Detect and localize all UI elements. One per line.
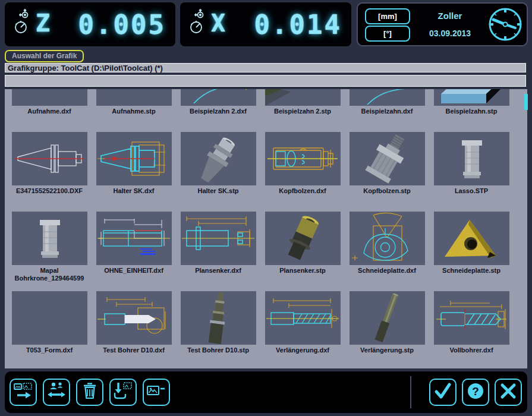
- delete-graphic-button[interactable]: [76, 379, 103, 406]
- image-minus-icon: [146, 381, 166, 404]
- date-label: 03.09.2013: [413, 29, 487, 38]
- tool-thumbnail-icon: [96, 132, 172, 185]
- grid-item[interactable]: Schneideplatte.dxf: [345, 212, 429, 291]
- grid-item[interactable]: Halter SK.stp: [176, 132, 260, 212]
- grid-item-label: Mapal Bohrkrone_129464599: [8, 267, 91, 282]
- grid-item-label: T053_Form.dxf: [26, 346, 73, 354]
- help-button[interactable]: ?: [462, 379, 489, 406]
- grid-item-label: Verlängerung.dxf: [276, 346, 329, 354]
- grid-item-label: Halter SK.stp: [197, 187, 238, 195]
- move-graphic-button[interactable]: [10, 379, 37, 406]
- grid-item[interactable]: Halter SK.dxf: [92, 132, 176, 212]
- grid-item-label: E3471552522100.DXF: [16, 187, 83, 195]
- cancel-button[interactable]: [495, 379, 522, 406]
- grid-item-label: Schneideplatte.stp: [442, 267, 500, 275]
- grid-item-label: Beispielzahn.stp: [446, 108, 498, 115]
- grid-item[interactable]: Test Bohrer D10.dxf: [92, 291, 176, 368]
- tool-thumbnail-icon: [12, 212, 87, 265]
- grid-item-label: Plansenker.stp: [279, 267, 326, 275]
- grid-item[interactable]: Schneideplatte.stp: [429, 212, 514, 291]
- grid-item[interactable]: Beispielzahn 2.dxf: [176, 89, 260, 132]
- toolbar-divider: [410, 376, 411, 408]
- grid-item[interactable]: T053_Form.dxf: [7, 291, 92, 368]
- axis-z-display-panel: Z 0.005: [5, 2, 175, 46]
- grid-item[interactable]: Mapal Bohrkrone_129464599: [7, 212, 92, 291]
- grid-item-label: Kopfbolzen.dxf: [279, 187, 326, 195]
- grid-item[interactable]: Verlängerung.stp: [345, 291, 429, 368]
- grid-item[interactable]: Vollbohrer.dxf: [429, 291, 514, 368]
- axis-x-value: 0.014: [254, 10, 342, 40]
- graphics-grid-viewport: Aufnahme.dxfAufnahme.stpBeispielzahn 2.d…: [5, 89, 527, 368]
- bottom-toolbar: ?: [5, 371, 527, 413]
- info-panel: [mm] [°] Zoller 03.09.2013: [357, 2, 528, 46]
- tool-thumbnail-icon: [181, 132, 256, 185]
- grid-item-label: Schneideplatte.dxf: [358, 267, 416, 275]
- remove-graphic-button[interactable]: [143, 379, 170, 406]
- tool-thumbnail-icon: [265, 132, 341, 185]
- zoller-graphics-selection-screen: Z 0.005 X 0.014: [0, 0, 532, 416]
- check-icon: [433, 381, 453, 404]
- tool-thumbnail-icon: [350, 89, 425, 106]
- import-graphic-button[interactable]: [109, 379, 137, 406]
- unit-mm-button[interactable]: [mm]: [365, 8, 410, 24]
- axis-x-display-panel: X 0.014: [180, 2, 351, 46]
- grid-item-label: Test Bohrer D10.dxf: [103, 346, 165, 354]
- grid-item-label: Verlängerung.stp: [360, 346, 414, 354]
- axis-x-label: X: [211, 10, 225, 37]
- grid-item[interactable]: Verlängerung.dxf: [260, 291, 345, 368]
- tool-thumbnail-icon: [96, 291, 172, 345]
- tool-thumbnail-icon: [181, 212, 256, 265]
- tool-thumbnail-icon: [12, 89, 87, 106]
- tool-thumbnail-icon: [12, 291, 87, 345]
- ok-button[interactable]: [429, 379, 457, 406]
- grid-item[interactable]: Test Bohrer D10.stp: [176, 291, 260, 368]
- graphics-grid-content: Aufnahme.dxfAufnahme.stpBeispielzahn 2.d…: [7, 89, 527, 368]
- svg-text:?: ?: [472, 385, 479, 398]
- grid-item[interactable]: Plansenker.stp: [260, 212, 345, 291]
- grid-item-label: Beispielzahn.dxf: [361, 108, 413, 115]
- grid-item-label: Halter SK.dxf: [113, 187, 154, 195]
- grid-item-label: Test Bohrer D10.stp: [187, 346, 249, 354]
- tool-thumbnail-icon: [434, 212, 509, 265]
- grid-item[interactable]: Beispielzahn.dxf: [345, 89, 429, 132]
- grid-item[interactable]: Aufnahme.dxf: [7, 89, 92, 132]
- grid-item-label: Vollbohrer.dxf: [449, 346, 493, 354]
- axis-z-value: 0.005: [78, 10, 166, 40]
- screen-title-badge: Auswahl der Grafik: [5, 50, 84, 62]
- grid-item[interactable]: Kopfbolzen.dxf: [260, 132, 345, 212]
- tool-thumbnail-icon: [434, 132, 509, 185]
- grid-item-label: Beispielzahn 2.stp: [274, 108, 331, 115]
- grid-item[interactable]: Plansenker.dxf: [176, 212, 260, 291]
- grid-item-label: Aufnahme.stp: [112, 108, 155, 115]
- exchange-graphic-button[interactable]: [43, 379, 70, 406]
- analog-clock-icon: [486, 5, 524, 46]
- grid-item[interactable]: Aufnahme.stp: [92, 89, 176, 132]
- tool-thumbnail-icon: [350, 132, 425, 185]
- graphics-group-bar[interactable]: Grafikgruppe: ToolCat (D:\Pilot\Toolcat)…: [5, 63, 526, 73]
- grid-item-label: Kopfbolzen.stp: [363, 187, 410, 195]
- grid-item-label: Beispielzahn 2.dxf: [190, 108, 247, 115]
- axis-z-label: Z: [36, 10, 50, 37]
- tool-thumbnail-icon: [434, 291, 509, 345]
- grid-item[interactable]: Lasso.STP: [429, 132, 514, 212]
- brand-label: Zoller: [417, 11, 483, 21]
- tool-thumbnail-icon: [350, 212, 425, 265]
- images-arrow-icon: [13, 381, 33, 404]
- unit-degree-button[interactable]: [°]: [365, 26, 410, 42]
- scrollbar-thumb[interactable]: [524, 94, 528, 110]
- tool-thumbnail-icon: [12, 132, 87, 185]
- grid-item[interactable]: Kopfbolzen.stp: [345, 132, 429, 212]
- grid-item[interactable]: Beispielzahn 2.stp: [260, 89, 345, 132]
- trash-icon: [80, 381, 100, 404]
- tool-thumbnail-icon: [350, 291, 425, 345]
- probe-gauge-icon: [14, 8, 32, 38]
- tool-thumbnail-icon: [434, 89, 509, 106]
- grid-item[interactable]: E3471552522100.DXF: [7, 132, 92, 212]
- tool-thumbnail-icon: [265, 212, 341, 265]
- tool-thumbnail-icon: [96, 89, 172, 106]
- grid-item-label: Lasso.STP: [455, 187, 488, 195]
- tool-thumbnail-icon: [96, 212, 172, 265]
- grid-item-label: Plansenker.dxf: [195, 267, 241, 275]
- grid-item[interactable]: Beispielzahn.stp: [429, 89, 514, 132]
- grid-item[interactable]: OHNE_EINHEIT.dxf: [92, 212, 176, 291]
